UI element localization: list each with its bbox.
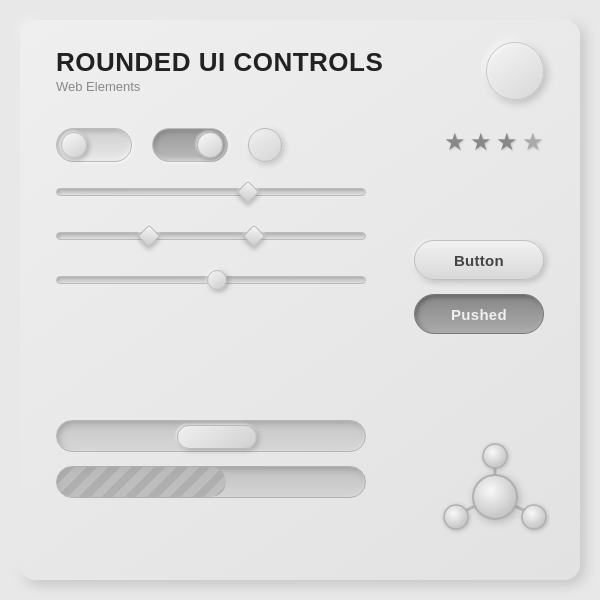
slider-2-track[interactable] (56, 232, 366, 240)
slider-1-thumb[interactable] (237, 181, 260, 204)
sub-title: Web Elements (56, 79, 383, 94)
svg-point-3 (483, 444, 507, 468)
sliders-area (56, 178, 366, 310)
scrollbar-track[interactable] (56, 420, 366, 452)
title-area: ROUNDED UI CONTROLS Web Elements (56, 48, 383, 94)
toggle-row (56, 128, 282, 162)
slider-2-thumb-right[interactable] (243, 225, 266, 248)
slider-1-wrap (56, 178, 366, 206)
stars-row: ★ ★ ★ ★ (444, 128, 544, 156)
button-pushed[interactable]: Pushed (414, 294, 544, 334)
button-pushed-label: Pushed (451, 306, 507, 323)
toggle-on-knob (197, 132, 223, 158)
scrollbar-area (56, 420, 366, 498)
star-2[interactable]: ★ (470, 128, 492, 156)
svg-point-6 (473, 475, 517, 519)
main-title: ROUNDED UI CONTROLS (56, 48, 383, 77)
circle-button[interactable] (486, 42, 544, 100)
circle-toggle[interactable] (248, 128, 282, 162)
toggle-on[interactable] (152, 128, 228, 162)
svg-point-4 (444, 505, 468, 529)
scrollbar-thumb[interactable] (177, 425, 257, 449)
slider-3-track[interactable] (56, 276, 366, 284)
button-normal-label: Button (454, 252, 504, 269)
toggle-off-knob (61, 132, 87, 158)
buttons-area: Button Pushed (414, 240, 544, 334)
progress-track (56, 466, 366, 498)
svg-point-5 (522, 505, 546, 529)
progress-fill (57, 467, 226, 497)
slider-2-wrap (56, 222, 366, 250)
slider-1-track[interactable] (56, 188, 366, 196)
toggle-off[interactable] (56, 128, 132, 162)
connector-svg (440, 442, 550, 552)
star-4[interactable]: ★ (522, 128, 544, 156)
slider-3-wrap (56, 266, 366, 294)
slider-2-thumb-left[interactable] (138, 225, 161, 248)
star-1[interactable]: ★ (444, 128, 466, 156)
button-normal[interactable]: Button (414, 240, 544, 280)
star-3[interactable]: ★ (496, 128, 518, 156)
connector-widget (440, 442, 550, 552)
slider-3-thumb[interactable] (207, 270, 227, 290)
card: ROUNDED UI CONTROLS Web Elements ★ ★ ★ ★ (20, 20, 580, 580)
